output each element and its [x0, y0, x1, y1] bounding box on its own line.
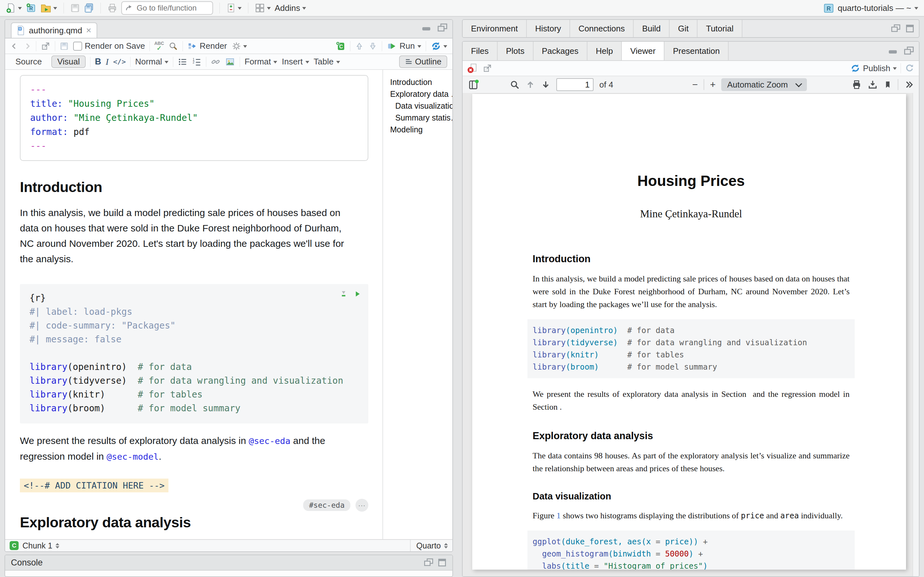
section-id-badge[interactable]: #sec-eda	[303, 500, 351, 511]
outline-toggle-button[interactable]: Outline	[399, 55, 447, 68]
code-format-button[interactable]: </>	[113, 58, 126, 66]
pdf-zoom-in-icon[interactable]: +	[710, 80, 716, 89]
format-nav-icon[interactable]	[444, 541, 448, 550]
bullet-list-icon[interactable]	[178, 57, 187, 67]
pdf-prev-page-icon[interactable]	[525, 79, 535, 90]
section-options-button[interactable]: ···	[355, 499, 368, 512]
go-prev-section-icon[interactable]	[355, 42, 364, 51]
tab-plots[interactable]: Plots	[498, 42, 533, 60]
tab-close-icon[interactable]: ×	[86, 26, 91, 35]
tab-presentation[interactable]: Presentation	[664, 42, 729, 60]
link-icon[interactable]	[211, 57, 220, 67]
editor-content[interactable]: --- title: "Housing Prices" author: "Min…	[5, 70, 383, 539]
print-icon[interactable]	[107, 3, 118, 13]
outline-item-data-visualization[interactable]: Data visualization	[390, 100, 451, 112]
citation-comment[interactable]: <!--# ADD CITATION HERE -->	[20, 479, 168, 492]
pdf-download-icon[interactable]	[867, 79, 878, 90]
maximize-pane-icon[interactable]	[903, 46, 914, 56]
image-icon[interactable]	[225, 57, 235, 67]
pdf-more-tools-icon[interactable]	[904, 80, 914, 89]
toolbar-separator	[220, 3, 220, 13]
source-mode-button[interactable]: Source	[10, 56, 47, 67]
tab-environment[interactable]: Environment	[463, 20, 527, 37]
console-header[interactable]: Console	[5, 555, 452, 571]
goto-file-input[interactable]	[136, 3, 202, 13]
find-replace-icon[interactable]	[168, 41, 178, 51]
run-chunks-above-icon[interactable]	[339, 290, 348, 298]
maximize-pane-icon[interactable]	[437, 23, 448, 33]
tab-authoring-qmd[interactable]: authoring.qmd ×	[11, 23, 97, 38]
outline-item-eda[interactable]: Exploratory data …	[390, 88, 451, 100]
project-switcher-label[interactable]: quarto-tutorials — ~	[838, 3, 911, 13]
numbered-list-icon[interactable]: 12	[192, 57, 202, 67]
stop-icon[interactable]	[467, 63, 477, 74]
minimize-pane-icon[interactable]	[422, 24, 433, 32]
tab-packages[interactable]: Packages	[533, 42, 588, 60]
chunk-position-label[interactable]: Chunk 1	[23, 541, 52, 550]
outline-item-modeling[interactable]: Modeling	[390, 124, 451, 135]
spellcheck-icon[interactable]: ABC✓	[154, 41, 164, 51]
addins-menu[interactable]: Addins	[275, 3, 306, 13]
open-file-button[interactable]	[40, 3, 57, 13]
run-chunk-icon[interactable]	[354, 290, 361, 298]
workspace-panes-button[interactable]	[255, 3, 271, 13]
tab-history[interactable]: History	[527, 20, 570, 37]
pdf-viewport[interactable]: Housing Prices Mine Çetinkaya-Rundel Int…	[463, 93, 919, 576]
save-icon[interactable]	[60, 42, 69, 51]
render-on-save-checkbox[interactable]: Render on Save	[73, 41, 145, 51]
yaml-metadata-block[interactable]: --- title: "Housing Prices" author: "Min…	[20, 75, 368, 161]
tab-git[interactable]: Git	[670, 20, 698, 37]
open-in-new-window-icon[interactable]	[483, 63, 492, 73]
maximize-pane-icon[interactable]	[438, 558, 447, 567]
insert-chunk-icon[interactable]: C	[335, 41, 346, 51]
document-format-label[interactable]: Quarto	[417, 541, 441, 550]
pdf-bookmark-icon[interactable]	[884, 79, 892, 90]
pdf-page-input[interactable]	[556, 78, 594, 91]
pdf-sidebar-toggle-icon[interactable]	[468, 79, 479, 90]
insert-menu[interactable]: Insert	[282, 57, 309, 67]
render-button[interactable]: Render	[187, 41, 227, 51]
pdf-scrollbar[interactable]	[913, 93, 919, 576]
tab-files[interactable]: Files	[463, 42, 498, 60]
tab-connections[interactable]: Connections	[570, 20, 634, 37]
chunk-nav-icon[interactable]	[55, 541, 59, 550]
tab-build[interactable]: Build	[634, 20, 670, 37]
table-menu[interactable]: Table	[314, 57, 340, 67]
paragraph-style-dropdown[interactable]: Normal	[135, 57, 168, 67]
tab-tutorial[interactable]: Tutorial	[698, 20, 742, 37]
version-control-button[interactable]	[226, 3, 242, 13]
goto-file-search[interactable]	[121, 1, 213, 15]
outline-item-introduction[interactable]: Introduction	[390, 76, 451, 88]
new-project-button[interactable]: R	[26, 3, 37, 13]
pdf-zoom-select[interactable]: Automatic Zoom	[721, 78, 806, 91]
outline-item-summary-statistics[interactable]: Summary statis…	[390, 112, 451, 124]
source-tools-button[interactable]	[431, 41, 447, 52]
maximize-pane-icon[interactable]	[905, 24, 914, 33]
minimize-pane-icon[interactable]	[888, 47, 899, 55]
render-options-button[interactable]	[232, 41, 247, 51]
new-file-button[interactable]	[6, 3, 22, 13]
format-menu[interactable]: Format	[244, 57, 277, 67]
forward-icon[interactable]	[23, 42, 31, 50]
tab-help[interactable]: Help	[588, 42, 622, 60]
visual-mode-button[interactable]: Visual	[51, 55, 86, 68]
pdf-print-icon[interactable]	[851, 79, 862, 90]
italic-button[interactable]: I	[105, 57, 108, 67]
save-icon[interactable]	[70, 3, 80, 13]
restore-pane-icon[interactable]	[423, 558, 434, 567]
pdf-search-icon[interactable]	[509, 79, 520, 90]
pdf-zoom-out-icon[interactable]: −	[692, 80, 698, 89]
source-tools-caret-icon	[443, 45, 447, 50]
back-icon[interactable]	[10, 42, 19, 50]
open-in-new-window-icon[interactable]	[41, 41, 50, 51]
restore-pane-icon[interactable]	[891, 24, 901, 33]
r-code-chunk[interactable]: {r}#| label: load-pkgs#| code-summary: "…	[20, 284, 368, 424]
refresh-icon[interactable]	[905, 63, 914, 73]
tab-viewer[interactable]: Viewer	[622, 42, 664, 60]
pdf-next-page-icon[interactable]	[541, 79, 551, 90]
save-all-icon[interactable]	[84, 3, 94, 13]
publish-button[interactable]: Publish	[850, 63, 897, 73]
go-next-section-icon[interactable]	[368, 42, 377, 51]
run-button[interactable]: Run	[387, 41, 421, 51]
bold-button[interactable]: B	[95, 57, 102, 67]
